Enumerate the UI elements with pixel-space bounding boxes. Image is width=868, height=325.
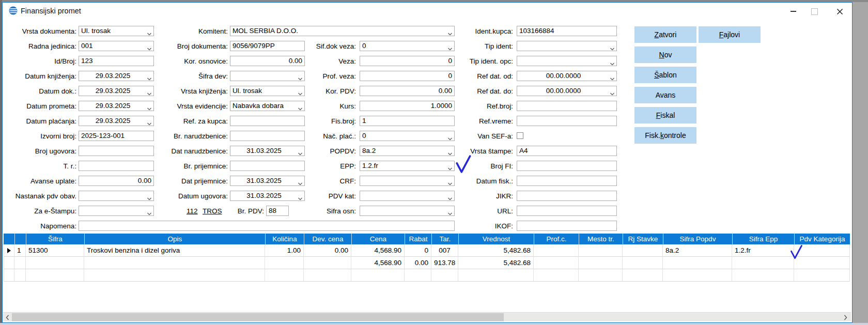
datum-knjizenja-select[interactable]: 29.03.2025 [79,71,154,81]
table-row-1-cell-10[interactable] [534,244,579,257]
jikr-input[interactable] [517,191,617,201]
prof-veza-label: Prof. veza: [287,72,356,81]
scrollbar-thumb[interactable] [12,313,504,321]
maximize-button[interactable] [808,6,820,17]
table-row-1-cell-2[interactable]: 51300 [26,244,84,257]
ikof-input[interactable] [517,221,617,231]
column-header-sifra[interactable]: Šifra [26,234,84,244]
sablon-button[interactable]: Šablon [634,67,696,83]
ref-broj-input[interactable] [517,101,617,111]
column-header-dev-cena[interactable]: Dev. cena [304,234,351,244]
datum-dok-select[interactable]: 29.03.2025 [79,86,154,96]
datum-prometa-label: Datum prometa: [3,102,76,111]
column-header-kolicina[interactable]: Količina [265,234,304,244]
table-row-1-cell-5[interactable]: 0.00 [304,244,351,257]
tip-ident-select[interactable] [517,41,617,51]
fisk-kontrole-button[interactable]: Fisk. kontrole [634,127,696,144]
table-row-1-cell-0[interactable] [4,244,14,257]
datum-prometa-select[interactable]: 29.03.2025 [79,101,154,111]
window-title: Finansijski promet [21,7,81,15]
desktop-bottom-strip [0,323,868,325]
table-row-1-cell-13[interactable]: 8a.2 [663,244,732,257]
chevron-down-icon [147,209,152,213]
column-header-opis[interactable]: Opis [84,234,265,244]
datum-fisk-input[interactable] [517,176,617,186]
minimize-button[interactable] [787,6,799,17]
komitent-select[interactable]: MOL SERBIA D.O.O. [230,26,455,36]
nov-button[interactable]: Nov [634,47,696,63]
tip-ident-opc-select[interactable] [517,56,617,66]
column-header-pdv-kategorija[interactable]: Pdv Kategorija [794,234,850,244]
link-tros[interactable]: TROS [203,207,222,215]
avanse-uplate-input[interactable]: 0.00 [79,176,154,186]
br-prijemnice-label: Br. prijemnice: [147,162,228,171]
ref-vreme-input[interactable] [517,116,617,126]
column-header-sifra-popdv[interactable]: Sifra Popdv [663,234,732,244]
table-row-1-cell-3[interactable]: Troskovi benzina i dizel goriva [84,244,265,257]
column-header-prof-c[interactable]: Prof.c. [534,234,579,244]
vrsta-stampe-input[interactable]: A4 [517,146,617,156]
zatvori-button[interactable]: Zatvori [634,26,696,43]
column-header-rabat[interactable]: Rabat [405,234,431,244]
horizontal-scrollbar[interactable] [3,312,851,321]
table-empty-row-cell-10 [534,269,579,282]
table-row-1-cell-8[interactable]: 007 [431,244,458,257]
ident-kupca-input[interactable]: 103166884 [517,26,617,36]
close-icon [836,8,843,15]
fiskal-button[interactable]: Fiskal [634,107,696,123]
column-header-tar[interactable]: Tar. [431,234,458,244]
pdv-kat-label: PDV kat: [287,192,356,201]
column-header-sifra-epp[interactable]: Sifra Epp [732,234,794,244]
table-row-1-cell-7[interactable]: 0 [405,244,431,257]
table-row-1-cell-12[interactable] [623,244,663,257]
broj-ugovora-input[interactable] [79,146,154,156]
column-header-vrednost[interactable]: Vrednost [458,234,534,244]
ref-za-kupca-label: Ref. za kupca: [147,117,228,126]
table-row-1-cell-6[interactable]: 4,568.90 [351,244,405,257]
ref-dat-do-select[interactable]: 00.00.0000 [517,86,617,96]
t-r-input[interactable] [79,161,154,171]
table-row-1-cell-11[interactable] [579,244,623,257]
nastanak-pdv-obav-select[interactable] [79,191,154,201]
maximize-icon [811,8,818,15]
table-empty-row-cell-12 [623,269,663,282]
column-header-item[interactable] [14,234,26,244]
link-112[interactable]: 112 [187,207,198,215]
za-e-stampu-select[interactable] [79,206,154,216]
izvorni-broj-input[interactable]: 2025-123-001 [79,131,154,141]
broj-fi-input[interactable] [517,161,617,171]
vrsta-dokumenta-select[interactable]: Ul. trosak [79,26,154,36]
column-header-cena[interactable]: Cena [351,234,405,244]
table-totals-row-cell-11 [579,257,623,269]
table-row-1-cell-14[interactable]: 1.2.fr [732,244,794,257]
url-input[interactable] [517,206,617,216]
table-row-1-cell-9[interactable]: 5,482.68 [458,244,534,257]
column-header-mesto-tr[interactable]: Mesto tr. [579,234,623,244]
napomena-input[interactable] [79,221,455,231]
table-empty-row-cell-9 [458,269,534,282]
column-header-rj-stavke[interactable]: Rj Stavke [623,234,663,244]
datum-placanja-select[interactable]: 29.03.2025 [79,116,154,126]
id-broj-label: Id/Broj: [3,57,76,66]
close-button[interactable] [833,6,846,17]
br-pdv-label: Br. PDV: [230,207,264,216]
table-totals-row-cell-9: 5,482.68 [458,257,534,269]
van-sef-a-checkbox[interactable] [517,132,523,139]
br-pdv-input[interactable]: 88 [266,206,289,216]
fajlovi-button[interactable]: Fajlovi [699,26,761,43]
table-row-1-cell-4[interactable]: 1.00 [265,244,304,257]
chevron-right-icon[interactable] [841,313,850,322]
kor-osnovice-label: Kor. osnovice: [147,57,228,66]
avans-button[interactable]: Avans [634,87,696,103]
table-empty-row-cell-7 [405,269,431,282]
nastanak-pdv-obav-label: Nastanak pdv obav. [3,192,76,201]
table-totals-row-cell-2 [26,257,84,269]
chevron-left-icon[interactable] [3,313,12,322]
radna-jedinica-select[interactable]: 001 [79,41,154,51]
column-header-item[interactable] [4,234,14,244]
komitent-label: Komitent: [147,27,228,36]
id-broj-input[interactable]: 123 [79,56,154,66]
ref-dat-od-select[interactable]: 00.00.0000 [517,71,617,81]
ref-broj-label: Ref.broj: [427,102,513,111]
table-row-1-cell-1[interactable]: 1 [14,244,26,257]
